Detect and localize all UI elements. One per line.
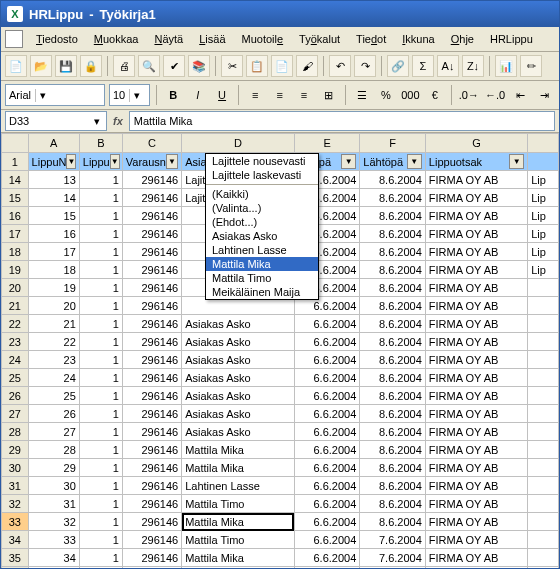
fx-icon[interactable]: fx <box>113 115 123 127</box>
select-all-corner[interactable] <box>2 134 29 153</box>
cell[interactable]: 8.6.2004 <box>360 297 426 315</box>
cell[interactable]: 296146 <box>122 549 181 567</box>
cell[interactable]: Lip <box>528 171 559 189</box>
save-button[interactable]: 💾 <box>55 55 77 77</box>
cell[interactable]: 8.6.2004 <box>360 225 426 243</box>
cell[interactable] <box>528 531 559 549</box>
cell[interactable]: FIRMA OY AB <box>425 261 527 279</box>
cell[interactable]: 6.6.2004 <box>294 387 360 405</box>
cell[interactable]: 1 <box>79 369 122 387</box>
filter-arrow-icon[interactable]: ▼ <box>110 154 120 169</box>
cell[interactable]: 1 <box>79 333 122 351</box>
filter-header-2[interactable]: Varausn▼ <box>122 153 181 171</box>
paste-button[interactable]: 📄 <box>271 55 293 77</box>
cell[interactable]: 20 <box>28 297 79 315</box>
filter-option[interactable]: Lajittele laskevasti <box>206 168 318 182</box>
cell[interactable]: Mattila Mika <box>182 567 295 569</box>
row-header-27[interactable]: 27 <box>2 405 29 423</box>
cell[interactable]: FIRMA OY AB <box>425 171 527 189</box>
filter-arrow-icon[interactable]: ▼ <box>166 154 178 169</box>
cell[interactable]: 1 <box>79 477 122 495</box>
percent-button[interactable]: % <box>376 84 396 106</box>
cell[interactable]: 32 <box>28 513 79 531</box>
menu-data[interactable]: Tiedot <box>349 31 393 47</box>
cell[interactable]: 296146 <box>122 423 181 441</box>
cell[interactable]: 296146 <box>122 171 181 189</box>
cell[interactable]: 1 <box>79 441 122 459</box>
cell[interactable]: 21 <box>28 315 79 333</box>
cell[interactable]: 8.6.2004 <box>360 405 426 423</box>
cell[interactable]: 296146 <box>122 495 181 513</box>
underline-button[interactable]: U <box>212 84 232 106</box>
cell[interactable]: 8.6.2004 <box>360 459 426 477</box>
cell[interactable]: 1 <box>79 387 122 405</box>
row-header-15[interactable]: 15 <box>2 189 29 207</box>
cell[interactable]: 1 <box>79 495 122 513</box>
merge-button[interactable]: ⊞ <box>318 84 338 106</box>
cell[interactable]: 8.6.2004 <box>360 387 426 405</box>
cell[interactable]: Asiakas Asko <box>182 387 295 405</box>
col-header-A[interactable]: A <box>28 134 79 153</box>
research-button[interactable]: 📚 <box>188 55 210 77</box>
cell[interactable] <box>528 315 559 333</box>
increase-decimal-button[interactable]: .0→ <box>458 84 480 106</box>
cell[interactable]: Lip <box>528 189 559 207</box>
bold-button[interactable]: B <box>163 84 183 106</box>
col-header-C[interactable]: C <box>122 134 181 153</box>
cell[interactable]: 6.6.2004 <box>294 513 360 531</box>
print-button[interactable]: 🖨 <box>113 55 135 77</box>
row-header-36[interactable]: 36 <box>2 567 29 569</box>
filter-header-0[interactable]: LippuN▼ <box>28 153 79 171</box>
copy-button[interactable]: 📋 <box>246 55 268 77</box>
cell[interactable]: 8.6.2004 <box>360 261 426 279</box>
cell[interactable]: 296146 <box>122 243 181 261</box>
filter-arrow-icon[interactable]: ▼ <box>341 154 356 169</box>
cell[interactable]: Mattila Mika <box>182 549 295 567</box>
cell[interactable]: 1 <box>79 225 122 243</box>
permission-button[interactable]: 🔒 <box>80 55 102 77</box>
cell[interactable]: 8.6.2004 <box>360 171 426 189</box>
col-header-G[interactable]: G <box>425 134 527 153</box>
cell[interactable]: 296146 <box>122 225 181 243</box>
cell[interactable]: As <box>528 567 559 569</box>
row-header-20[interactable]: 20 <box>2 279 29 297</box>
increase-indent-button[interactable]: ⇥ <box>535 84 555 106</box>
preview-button[interactable]: 🔍 <box>138 55 160 77</box>
cell[interactable]: 26 <box>28 405 79 423</box>
cell[interactable]: Asiakas Asko <box>182 315 295 333</box>
cell[interactable]: 23 <box>28 351 79 369</box>
cell[interactable]: 31 <box>28 495 79 513</box>
col-header-F[interactable]: F <box>360 134 426 153</box>
cell[interactable] <box>528 387 559 405</box>
cell[interactable]: FIRMA OY AB <box>425 297 527 315</box>
cell[interactable]: Asiakas Asko <box>182 333 295 351</box>
cell[interactable]: 1 <box>79 297 122 315</box>
cell[interactable]: 8.6.2004 <box>360 189 426 207</box>
cell[interactable]: 8.6.2004 <box>360 477 426 495</box>
cell[interactable]: 28 <box>28 441 79 459</box>
cell[interactable]: 8.6.2004 <box>360 369 426 387</box>
cell[interactable]: 6.6.2004 <box>294 495 360 513</box>
cell[interactable]: 22 <box>28 333 79 351</box>
row-header-1[interactable]: 1 <box>2 153 29 171</box>
name-box[interactable]: D33 ▾ <box>5 111 107 131</box>
cell[interactable]: Lip <box>528 225 559 243</box>
decrease-indent-button[interactable]: ⇤ <box>510 84 530 106</box>
cell[interactable]: 25 <box>28 387 79 405</box>
cell[interactable]: 296146 <box>122 279 181 297</box>
sort-asc-button[interactable]: A↓ <box>437 55 459 77</box>
col-header-D[interactable]: D <box>182 134 295 153</box>
align-right-button[interactable]: ≡ <box>294 84 314 106</box>
cell[interactable]: FIRMA OY AB <box>425 531 527 549</box>
comma-button[interactable]: 000 <box>400 84 420 106</box>
row-header-30[interactable]: 30 <box>2 459 29 477</box>
cell[interactable]: 35 <box>28 567 79 569</box>
cell[interactable]: FIRMA OY AB <box>425 207 527 225</box>
cell[interactable] <box>528 279 559 297</box>
row-header-18[interactable]: 18 <box>2 243 29 261</box>
row-header-31[interactable]: 31 <box>2 477 29 495</box>
cell[interactable]: 7.6.2004 <box>360 549 426 567</box>
cell[interactable]: FIRMA OY AB <box>425 567 527 569</box>
cell[interactable]: 6.6.2004 <box>294 459 360 477</box>
col-header-E[interactable]: E <box>294 134 360 153</box>
